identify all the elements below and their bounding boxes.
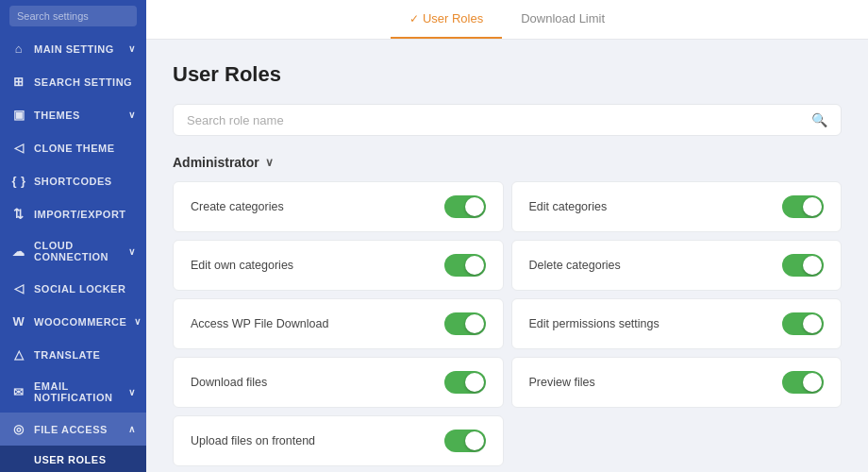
chevron-icon: ∨ <box>128 43 136 54</box>
perm-preview-files: Preview files <box>511 357 843 408</box>
sidebar-item-shortcodes[interactable]: { } SHORTCODES <box>0 164 146 197</box>
tab-user-roles[interactable]: ✓ User Roles <box>391 0 502 39</box>
toggle-edit-own-categories[interactable] <box>444 254 486 277</box>
toggle-access-wp[interactable] <box>444 312 486 335</box>
sidebar-item-woocommerce[interactable]: W WOOCOMMERCE ∨ <box>0 305 146 338</box>
search-bar: 🔍 <box>173 104 842 136</box>
perm-label: Preview files <box>529 376 595 389</box>
toggle-edit-categories[interactable] <box>782 195 824 218</box>
check-icon: ✓ <box>409 12 419 25</box>
social-icon: ◁ <box>11 281 26 295</box>
perm-delete-categories: Delete categories <box>511 240 843 291</box>
cloud-icon: ☁ <box>11 244 26 259</box>
toggle-preview-files[interactable] <box>782 371 824 394</box>
email-icon: ✉ <box>11 385 26 399</box>
perm-label: Download files <box>191 376 267 389</box>
toggle-delete-categories[interactable] <box>782 254 824 277</box>
perm-access-wp: Access WP File Download <box>173 298 504 349</box>
sidebar-item-social-locker[interactable]: ◁ SOCIAL LOCKER <box>0 272 146 305</box>
perm-label: Edit categories <box>529 200 608 213</box>
administrator-permissions: Create categories Edit categories Edit o… <box>173 181 842 466</box>
toggle-create-categories[interactable] <box>444 195 486 218</box>
woo-icon: W <box>11 314 26 329</box>
content-area: User Roles 🔍 Administrator ∨ Create cate… <box>146 40 868 472</box>
perm-label: Upload files on frontend <box>191 434 315 447</box>
import-export-icon: ⇅ <box>11 207 26 221</box>
tab-download-limit[interactable]: Download Limit <box>502 0 624 39</box>
main-content: ✓ User Roles Download Limit User Roles 🔍… <box>146 0 868 472</box>
file-access-icon: ◎ <box>11 422 26 436</box>
perm-edit-own-categories: Edit own categories <box>173 240 504 291</box>
toggle-upload-frontend[interactable] <box>444 430 486 452</box>
sidebar-item-import-export[interactable]: ⇅ IMPORT/EXPORT <box>0 197 146 230</box>
chevron-icon: ∨ <box>128 387 136 397</box>
perm-edit-categories: Edit categories <box>511 181 843 232</box>
sidebar-item-main-setting[interactable]: ⌂ MAIN SETTING ∨ <box>0 32 146 65</box>
chevron-icon: ∨ <box>128 110 136 120</box>
sidebar-item-file-access[interactable]: ◎ FILE ACCESS ∧ <box>0 413 146 446</box>
sidebar-subitem-user-roles[interactable]: USER ROLES <box>0 446 146 472</box>
shortcodes-icon: { } <box>11 174 26 188</box>
search-input[interactable] <box>187 113 811 127</box>
sidebar: ⌂ MAIN SETTING ∨ ⊞ SEARCH SETTING ▣ THEM… <box>0 0 146 472</box>
perm-label: Edit permissions settings <box>529 317 659 330</box>
home-icon: ⌂ <box>11 42 26 56</box>
chevron-icon: ∨ <box>134 316 142 327</box>
sidebar-item-translate[interactable]: △ TRANSLATE <box>0 338 146 371</box>
perm-edit-permissions: Edit permissions settings <box>511 298 843 349</box>
tabs-bar: ✓ User Roles Download Limit <box>146 0 868 40</box>
sidebar-item-email-notification[interactable]: ✉ EMAIL NOTIFICATION ∨ <box>0 371 146 413</box>
sidebar-item-cloud-connection[interactable]: ☁ CLOUD CONNECTION ∨ <box>0 230 146 272</box>
search-icon: ⊞ <box>11 75 26 89</box>
sidebar-item-themes[interactable]: ▣ THEMES ∨ <box>0 98 146 131</box>
section-chevron-icon[interactable]: ∨ <box>265 156 274 169</box>
sidebar-search-input[interactable] <box>9 6 137 26</box>
perm-label: Delete categories <box>529 259 621 272</box>
sidebar-item-search-setting[interactable]: ⊞ SEARCH SETTING <box>0 65 146 98</box>
chevron-up-icon: ∧ <box>128 424 136 434</box>
perm-create-categories: Create categories <box>173 181 504 232</box>
translate-icon: △ <box>11 347 26 362</box>
perm-download-files: Download files <box>173 357 504 408</box>
chevron-icon: ∨ <box>128 246 136 257</box>
clone-icon: ◁ <box>11 141 26 155</box>
section-header-administrator: Administrator ∨ <box>173 155 842 170</box>
perm-upload-frontend: Upload files on frontend <box>173 415 504 466</box>
sidebar-item-clone-theme[interactable]: ◁ CLONE THEME <box>0 131 146 164</box>
sidebar-search-container <box>0 0 146 32</box>
search-icon: 🔍 <box>811 112 827 127</box>
toggle-edit-permissions[interactable] <box>782 312 824 335</box>
perm-label: Create categories <box>191 200 284 213</box>
toggle-download-files[interactable] <box>444 371 486 394</box>
page-title: User Roles <box>173 62 842 87</box>
themes-icon: ▣ <box>11 108 26 122</box>
perm-label: Edit own categories <box>191 259 293 272</box>
perm-label: Access WP File Download <box>191 317 328 330</box>
